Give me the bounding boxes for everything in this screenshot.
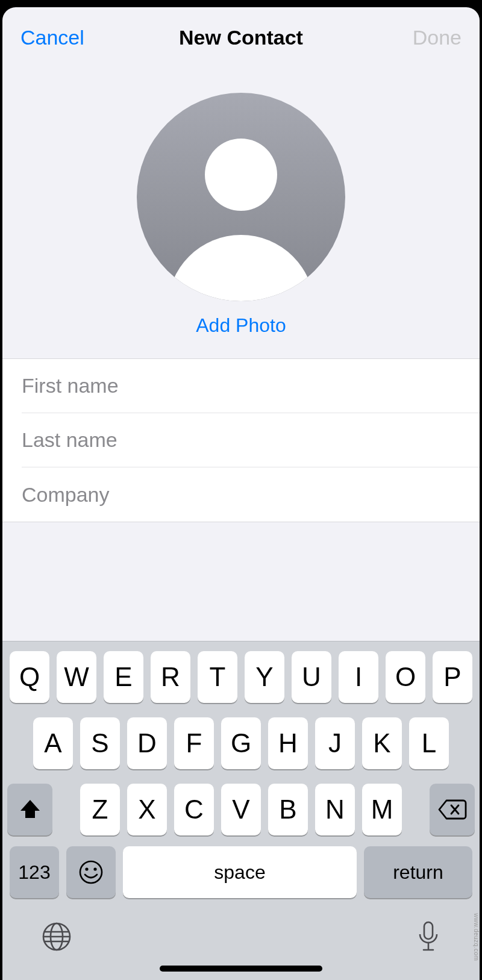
microphone-icon [416,920,441,953]
key-d[interactable]: D [127,717,167,769]
key-q[interactable]: Q [10,651,49,703]
key-z[interactable]: Z [80,784,120,835]
key-s[interactable]: S [80,717,120,769]
keyboard-row-3: ZXCVBNM [7,784,475,835]
last-name-row [22,413,480,467]
page-title: New Contact [179,26,303,49]
key-y[interactable]: Y [245,651,284,703]
backspace-icon [438,799,467,820]
keyboard-row-4: 123 space return [7,846,475,898]
key-l[interactable]: L [409,717,449,769]
key-i[interactable]: I [339,651,378,703]
backspace-key[interactable] [430,784,475,835]
key-x[interactable]: X [127,784,167,835]
key-n[interactable]: N [315,784,355,835]
key-g[interactable]: G [221,717,261,769]
photo-section: Add Photo [2,67,480,358]
globe-icon [41,921,72,952]
key-p[interactable]: P [433,651,472,703]
name-fields-group [2,358,480,522]
company-row [22,467,480,522]
cancel-button[interactable]: Cancel [20,26,105,49]
globe-key[interactable] [41,921,72,955]
key-e[interactable]: E [104,651,143,703]
keyboard: QWERTYUIOP ASDFGHJKL ZXCVBNM 123 [2,641,480,980]
key-h[interactable]: H [268,717,308,769]
keyboard-bottom-bar [7,902,475,974]
space-key[interactable]: space [123,846,357,898]
key-k[interactable]: K [362,717,402,769]
key-o[interactable]: O [386,651,425,703]
key-u[interactable]: U [292,651,331,703]
shift-icon [18,797,42,822]
add-photo-button[interactable]: Add Photo [196,314,286,337]
keyboard-row-2: ASDFGHJKL [7,717,475,769]
first-name-input[interactable] [22,359,480,413]
key-r[interactable]: R [151,651,190,703]
key-j[interactable]: J [315,717,355,769]
numeric-key[interactable]: 123 [10,846,59,898]
svg-rect-5 [424,922,433,939]
svg-point-2 [93,867,96,870]
last-name-input[interactable] [22,413,480,467]
keyboard-row-1: QWERTYUIOP [7,651,475,703]
new-contact-sheet: Cancel New Contact Done Add Photo QWERTY… [2,7,480,980]
key-f[interactable]: F [174,717,214,769]
key-a[interactable]: A [33,717,73,769]
avatar-placeholder-icon[interactable] [137,93,345,301]
company-input[interactable] [22,467,480,522]
key-t[interactable]: T [198,651,237,703]
dictation-key[interactable] [416,920,441,956]
svg-point-0 [80,861,102,883]
home-indicator[interactable] [160,966,322,972]
key-c[interactable]: C [174,784,214,835]
watermark-text: www.deuzq.com [473,913,480,961]
emoji-icon [78,860,104,885]
done-button[interactable]: Done [377,26,462,49]
key-v[interactable]: V [221,784,261,835]
key-w[interactable]: W [57,651,96,703]
emoji-key[interactable] [66,846,116,898]
shift-key[interactable] [7,784,52,835]
svg-point-1 [85,867,88,870]
key-b[interactable]: B [268,784,308,835]
nav-bar: Cancel New Contact Done [2,7,480,67]
return-key[interactable]: return [364,846,472,898]
first-name-row [22,359,480,413]
key-m[interactable]: M [362,784,402,835]
